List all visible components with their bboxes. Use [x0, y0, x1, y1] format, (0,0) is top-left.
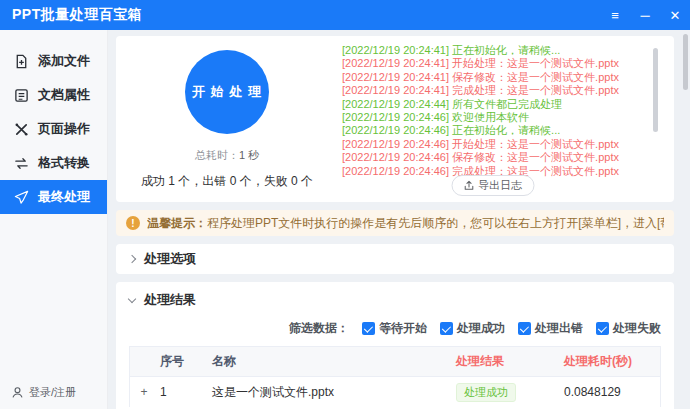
menu-button[interactable]: ≡: [600, 0, 630, 30]
section-results-title: 处理结果: [144, 291, 196, 309]
process-card: 开 始 处 理 总耗时：1 秒 成功 1 个，出错 0 个，失败 0 个 [20…: [116, 36, 674, 202]
login-register-label: 登录/注册: [29, 385, 76, 400]
log-entry: [2022/12/19 20:24:46] 欢迎使用本软件: [342, 111, 644, 124]
checkbox-checked-icon: [518, 322, 531, 335]
filter-checkbox-wait-start[interactable]: 等待开始: [362, 320, 427, 337]
sidebar-item-final-process[interactable]: 最终处理: [0, 180, 107, 214]
elapsed-label: 总耗时：: [195, 149, 239, 161]
page-operations-icon: [14, 122, 29, 137]
row-index: 1: [158, 385, 212, 399]
log-entry: [2022/12/19 20:24:41] 完成处理：这是一个测试文件.pptx: [342, 84, 644, 97]
process-stats: 成功 1 个，出错 0 个，失败 0 个: [141, 173, 313, 190]
export-icon: [463, 180, 474, 191]
log-panel: [2022/12/19 20:24:41] 正在初始化，请稍候... [2022…: [338, 36, 674, 202]
header-time: 处理耗时(秒): [564, 353, 660, 370]
format-convert-icon: [14, 156, 29, 171]
filter-option-label: 等待开始: [379, 320, 427, 337]
main-scrollbar[interactable]: [683, 34, 688, 90]
log-entry: [2022/12/19 20:24:41] 正在初始化，请稍候...: [342, 44, 644, 57]
filter-option-label: 处理失败: [613, 320, 661, 337]
close-button[interactable]: ✕: [660, 0, 690, 30]
filter-checkbox-failed[interactable]: 处理失败: [596, 320, 661, 337]
window-controls: ≡ ─ ✕: [600, 0, 690, 30]
sidebar-item-add-files[interactable]: 添加文件: [0, 44, 107, 78]
notice-bar: ! 温馨提示：程序处理PPT文件时执行的操作是有先后顺序的，您可以在右上方打开[…: [116, 210, 674, 236]
filter-label: 筛选数据：: [289, 320, 349, 337]
header-name: 名称: [212, 353, 456, 370]
results-header-toggle[interactable]: 处理结果: [129, 291, 661, 309]
filter-option-label: 处理出错: [535, 320, 583, 337]
table-header-row: 序号 名称 处理结果 处理耗时(秒): [130, 347, 660, 376]
start-processing-button[interactable]: 开 始 处 理: [185, 50, 269, 134]
results-table: 序号 名称 处理结果 处理耗时(秒) + 1 这是一个测试文件.pptx 处理成…: [129, 346, 661, 407]
minimize-button[interactable]: ─: [630, 0, 660, 30]
section-process-results: 处理结果 筛选数据： 等待开始 处理成功 处理出错 处理失败: [116, 282, 674, 409]
row-expander[interactable]: +: [130, 385, 158, 399]
table-row[interactable]: + 1 这是一个测试文件.pptx 处理成功 0.0848129: [130, 376, 660, 407]
header-index: 序号: [158, 353, 212, 370]
section-options-title: 处理选项: [144, 250, 196, 268]
log-entry: [2022/12/19 20:24:46] 正在初始化，请稍候...: [342, 124, 644, 137]
log-scrollbar[interactable]: [653, 48, 658, 132]
user-icon: [11, 386, 24, 399]
filter-option-label: 处理成功: [457, 320, 505, 337]
section-process-options[interactable]: 处理选项: [116, 244, 674, 274]
filter-checkbox-error[interactable]: 处理出错: [518, 320, 583, 337]
status-badge: 处理成功: [456, 383, 516, 402]
row-result: 处理成功: [456, 383, 564, 402]
log-entry: [2022/12/19 20:24:46] 开始处理：这是一个测试文件.pptx: [342, 138, 644, 151]
sidebar-item-label: 格式转换: [38, 154, 90, 172]
sidebar-item-page-operations[interactable]: 页面操作: [0, 112, 107, 146]
sidebar-item-label: 最终处理: [38, 188, 90, 206]
filter-row: 筛选数据： 等待开始 处理成功 处理出错 处理失败: [129, 320, 661, 337]
final-process-icon: [14, 190, 29, 205]
sidebar-item-label: 文档属性: [38, 86, 90, 104]
checkbox-checked-icon: [362, 322, 375, 335]
notice-body: 程序处理PPT文件时执行的操作是有先后顺序的，您可以在右上方打开[菜单栏]，进入…: [207, 216, 664, 230]
checkbox-checked-icon: [440, 322, 453, 335]
log-entry: [2022/12/19 20:24:41] 开始处理：这是一个测试文件.pptx: [342, 57, 644, 70]
elapsed-time: 总耗时：1 秒: [195, 148, 259, 163]
filter-checkbox-success[interactable]: 处理成功: [440, 320, 505, 337]
sidebar-item-doc-properties[interactable]: 文档属性: [0, 78, 107, 112]
export-log-label: 导出日志: [478, 178, 522, 193]
titlebar: PPT批量处理百宝箱 ≡ ─ ✕: [0, 0, 690, 30]
row-file-name: 这是一个测试文件.pptx: [212, 384, 456, 401]
main-content: 开 始 处 理 总耗时：1 秒 成功 1 个，出错 0 个，失败 0 个 [20…: [108, 30, 690, 409]
login-register-button[interactable]: 登录/注册: [11, 385, 76, 400]
log-entry: [2022/12/19 20:24:44] 所有文件都已完成处理: [342, 98, 644, 111]
chevron-right-icon: [128, 255, 136, 263]
notice-prefix: 温馨提示：: [147, 216, 207, 230]
elapsed-value: 1 秒: [239, 149, 259, 161]
export-log-button[interactable]: 导出日志: [451, 175, 534, 196]
add-file-icon: [14, 54, 29, 69]
notice-text: 温馨提示：程序处理PPT文件时执行的操作是有先后顺序的，您可以在右上方打开[菜单…: [147, 215, 664, 232]
sidebar-item-label: 页面操作: [38, 120, 90, 138]
app-title: PPT批量处理百宝箱: [0, 6, 142, 24]
header-result: 处理结果: [456, 353, 564, 370]
row-time: 0.0848129: [564, 385, 660, 399]
process-controls: 开 始 处 理 总耗时：1 秒 成功 1 个，出错 0 个，失败 0 个: [116, 36, 338, 202]
warning-icon: !: [126, 216, 140, 230]
sidebar: 添加文件 文档属性 页面操作 格式转换 最终处理 登录/注册: [0, 30, 108, 409]
sidebar-item-format-convert[interactable]: 格式转换: [0, 146, 107, 180]
log-entry: [2022/12/19 20:24:46] 保存修改：这是一个测试文件.pptx: [342, 151, 644, 164]
chevron-down-icon: [128, 294, 136, 302]
log-entry: [2022/12/19 20:24:41] 保存修改：这是一个测试文件.pptx: [342, 71, 644, 84]
checkbox-checked-icon: [596, 322, 609, 335]
sidebar-item-label: 添加文件: [38, 52, 90, 70]
doc-properties-icon: [14, 88, 29, 103]
